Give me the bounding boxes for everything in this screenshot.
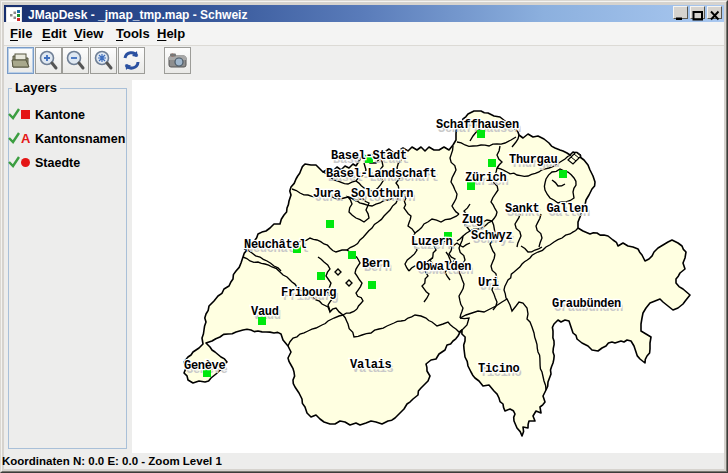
svg-text:Jura: Jura xyxy=(313,187,341,201)
svg-text:A: A xyxy=(21,131,31,145)
svg-text:Obwalden: Obwalden xyxy=(416,260,471,274)
svg-text:Luzern: Luzern xyxy=(411,235,453,249)
svg-text:Graubünden: Graubünden xyxy=(552,297,621,311)
svg-text:Basel-Stadt: Basel-Stadt xyxy=(331,149,407,163)
svg-text:Genève: Genève xyxy=(184,359,226,373)
svg-text:Schaffhausen: Schaffhausen xyxy=(436,118,519,132)
svg-text:Ticino: Ticino xyxy=(478,362,520,376)
svg-text:Basel-Landschaft: Basel-Landschaft xyxy=(326,167,437,181)
svg-text:Schwyz: Schwyz xyxy=(471,229,513,243)
svg-text:Bern: Bern xyxy=(362,257,390,271)
svg-text:Sankt Gallen: Sankt Gallen xyxy=(505,202,588,216)
svg-text:Zug: Zug xyxy=(462,213,483,227)
svg-text:Uri: Uri xyxy=(478,276,499,290)
svg-text:Valais: Valais xyxy=(350,358,392,372)
svg-text:Fribourg: Fribourg xyxy=(281,286,336,300)
svg-text:Zürich: Zürich xyxy=(465,171,507,185)
svg-text:Thurgau: Thurgau xyxy=(509,153,557,167)
svg-text:Neuchâtel: Neuchâtel xyxy=(244,238,306,252)
svg-text:Vaud: Vaud xyxy=(251,305,279,319)
svg-text:Solothurn: Solothurn xyxy=(351,187,413,201)
